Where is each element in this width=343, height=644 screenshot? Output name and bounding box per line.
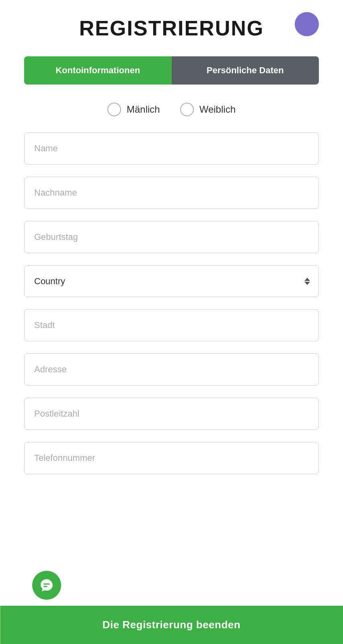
gender-label-weiblich: Weiblich xyxy=(199,104,236,115)
stadt-input[interactable] xyxy=(24,309,319,341)
geburtstag-field-wrapper xyxy=(24,221,319,253)
header-area: REGISTRIERUNG xyxy=(24,16,319,40)
postleitzahl-input[interactable] xyxy=(24,398,319,430)
chat-icon xyxy=(39,578,54,592)
gender-option-weiblich[interactable]: Weiblich xyxy=(180,103,236,116)
telefonnummer-input[interactable] xyxy=(24,442,319,474)
adresse-field-wrapper xyxy=(24,353,319,386)
country-field-wrapper: Country Deutschland Österreich Schweiz U… xyxy=(24,265,319,297)
nachname-input[interactable] xyxy=(24,177,319,209)
stadt-field-wrapper xyxy=(24,309,319,341)
name-input[interactable] xyxy=(24,132,319,165)
avatar xyxy=(295,12,319,36)
name-field-wrapper xyxy=(24,132,319,165)
gender-label-maennlich: Mänlich xyxy=(127,104,160,115)
country-select-wrapper: Country Deutschland Österreich Schweiz U… xyxy=(24,265,319,297)
page-title: REGISTRIERUNG xyxy=(79,16,264,40)
geburtstag-input[interactable] xyxy=(24,221,319,253)
nachname-field-wrapper xyxy=(24,177,319,209)
gender-row: Mänlich Weiblich xyxy=(24,103,319,116)
gender-option-maennlich[interactable]: Mänlich xyxy=(107,103,160,116)
tab-kontoinformationen[interactable]: Kontoinformationen xyxy=(24,56,172,85)
radio-maennlich[interactable] xyxy=(107,103,121,116)
tab-container: Kontoinformationen Persönliche Daten xyxy=(24,56,319,85)
tab-persoenliche-daten[interactable]: Persönliche Daten xyxy=(172,56,319,85)
page-wrapper: REGISTRIERUNG Kontoinformationen Persönl… xyxy=(0,0,343,644)
radio-weiblich[interactable] xyxy=(180,103,194,116)
country-select[interactable]: Country Deutschland Österreich Schweiz U… xyxy=(24,265,319,297)
adresse-input[interactable] xyxy=(24,353,319,386)
submit-button[interactable]: Die Registrierung beenden xyxy=(0,606,343,644)
postleitzahl-field-wrapper xyxy=(24,398,319,430)
telefonnummer-field-wrapper xyxy=(24,442,319,474)
chat-button[interactable] xyxy=(32,571,61,600)
